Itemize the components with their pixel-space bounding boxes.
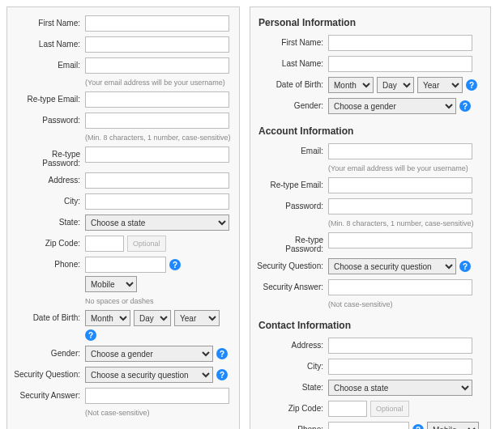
row-retype-email: Re-type Email: xyxy=(255,177,482,193)
gender-select[interactable]: Choose a gender xyxy=(328,98,456,114)
phone-input[interactable] xyxy=(328,422,409,429)
hint-password: (Min. 8 characters, 1 number, case-sensi… xyxy=(85,134,231,142)
label-first-name: First Name: xyxy=(255,35,328,47)
dob-month-select[interactable]: Month xyxy=(328,77,374,93)
row-retype-email: Re-type Email: xyxy=(12,91,231,108)
help-icon[interactable]: ? xyxy=(169,259,181,270)
phone-type-select[interactable]: Mobile xyxy=(85,276,137,292)
help-icon[interactable]: ? xyxy=(466,79,477,91)
hint-email: (Your email address will be your usernam… xyxy=(328,164,482,172)
row-retype-password: Re-type Password: xyxy=(12,147,231,168)
help-icon[interactable]: ? xyxy=(459,261,471,272)
help-icon[interactable]: ? xyxy=(216,348,228,359)
password-input[interactable] xyxy=(85,113,229,129)
row-email: Email: (Your email address will be your … xyxy=(12,57,231,87)
label-security-question: Security Question: xyxy=(255,258,328,270)
label-city: City: xyxy=(255,359,328,371)
help-icon[interactable]: ? xyxy=(412,424,424,429)
label-address: Address: xyxy=(12,172,85,185)
label-email: Email: xyxy=(12,57,85,70)
row-zip: Zip Code: Optional xyxy=(12,236,231,252)
retype-password-input[interactable] xyxy=(328,232,472,248)
label-security-question: Security Question: xyxy=(12,367,85,379)
label-state: State: xyxy=(255,380,328,392)
row-state: State: Choose a state xyxy=(12,214,231,231)
section-personal: Personal Information First Name: Last Na… xyxy=(255,17,482,114)
row-security-answer: Security Answer: (Not case-sensitive) xyxy=(255,279,482,308)
label-password: Password: xyxy=(12,113,85,125)
optional-button[interactable]: Optional xyxy=(127,236,166,252)
hint-phone: No spaces or dashes xyxy=(85,297,231,305)
row-first-name: First Name: xyxy=(12,15,231,32)
phone-input[interactable] xyxy=(85,257,166,273)
retype-email-input[interactable] xyxy=(85,91,229,108)
row-security-answer: Security Answer: (Not case-sensitive) xyxy=(12,388,231,417)
label-address: Address: xyxy=(255,338,328,350)
last-name-input[interactable] xyxy=(85,36,229,53)
first-name-input[interactable] xyxy=(328,35,472,51)
security-answer-input[interactable] xyxy=(328,279,472,295)
first-name-input[interactable] xyxy=(85,15,229,32)
row-gender: Gender: Choose a gender ? xyxy=(255,98,482,114)
label-first-name: First Name: xyxy=(12,15,85,28)
help-icon[interactable]: ? xyxy=(85,329,96,341)
row-last-name: Last Name: xyxy=(12,36,231,53)
heading-contact: Contact Information xyxy=(258,320,482,331)
row-retype-password: Re-type Password: xyxy=(255,232,482,253)
row-security-question: Security Question: Choose a security que… xyxy=(12,367,231,383)
row-state: State: Choose a state xyxy=(255,380,482,396)
email-input[interactable] xyxy=(328,143,472,159)
security-answer-input[interactable] xyxy=(85,388,229,404)
heading-account: Account Information xyxy=(258,125,482,137)
row-zip: Zip Code: Optional xyxy=(255,401,482,417)
help-icon[interactable]: ? xyxy=(459,100,471,112)
help-icon[interactable]: ? xyxy=(216,369,228,380)
dob-day-select[interactable]: Day xyxy=(377,77,414,93)
gender-select[interactable]: Choose a gender xyxy=(85,346,213,362)
address-input[interactable] xyxy=(328,338,472,354)
row-address: Address: xyxy=(12,172,231,189)
row-password: Password: (Min. 8 characters, 1 number, … xyxy=(255,198,482,227)
row-last-name: Last Name: xyxy=(255,56,482,72)
form-comparison-container: First Name: Last Name: Email: (Your emai… xyxy=(6,6,498,429)
state-select[interactable]: Choose a state xyxy=(85,214,229,231)
hint-password: (Min. 8 characters, 1 number, case-sensi… xyxy=(328,219,482,227)
zip-input[interactable] xyxy=(328,401,367,417)
retype-password-input[interactable] xyxy=(85,147,229,163)
dob-year-select[interactable]: Year xyxy=(417,77,463,93)
hint-security-answer: (Not case-sensitive) xyxy=(85,409,231,417)
password-input[interactable] xyxy=(328,198,472,214)
security-question-select[interactable]: Choose a security question xyxy=(85,367,213,383)
email-input[interactable] xyxy=(85,57,229,74)
row-address: Address: xyxy=(255,338,482,354)
city-input[interactable] xyxy=(85,193,229,210)
row-email: Email: (Your email address will be your … xyxy=(255,143,482,172)
heading-personal: Personal Information xyxy=(258,17,482,28)
last-name-input[interactable] xyxy=(328,56,472,72)
label-password: Password: xyxy=(255,198,328,210)
form-panel-flat: First Name: Last Name: Email: (Your emai… xyxy=(6,6,240,429)
row-security-question: Security Question: Choose a security que… xyxy=(255,258,482,274)
city-input[interactable] xyxy=(328,359,472,375)
phone-type-select[interactable]: Mobile xyxy=(427,422,479,429)
row-phone: Phone: ? Mobile No spaces or dashes xyxy=(12,257,231,305)
label-email: Email: xyxy=(255,143,328,155)
row-city: City: xyxy=(12,193,231,210)
optional-button[interactable]: Optional xyxy=(370,401,409,417)
address-input[interactable] xyxy=(85,172,229,189)
row-gender: Gender: Choose a gender ? xyxy=(12,346,231,362)
dob-day-select[interactable]: Day xyxy=(134,310,171,326)
label-phone: Phone: xyxy=(255,422,328,429)
label-last-name: Last Name: xyxy=(12,36,85,49)
row-first-name: First Name: xyxy=(255,35,482,51)
label-dob: Date of Birth: xyxy=(12,310,85,322)
row-password: Password: (Min. 8 characters, 1 number, … xyxy=(12,113,231,142)
dob-year-select[interactable]: Year xyxy=(174,310,220,326)
retype-email-input[interactable] xyxy=(328,177,472,193)
dob-month-select[interactable]: Month xyxy=(85,310,130,326)
zip-input[interactable] xyxy=(85,236,124,252)
security-question-select[interactable]: Choose a security question xyxy=(328,258,456,274)
label-zip: Zip Code: xyxy=(12,236,85,248)
label-retype-password: Re-type Password: xyxy=(12,147,85,168)
state-select[interactable]: Choose a state xyxy=(328,380,472,396)
